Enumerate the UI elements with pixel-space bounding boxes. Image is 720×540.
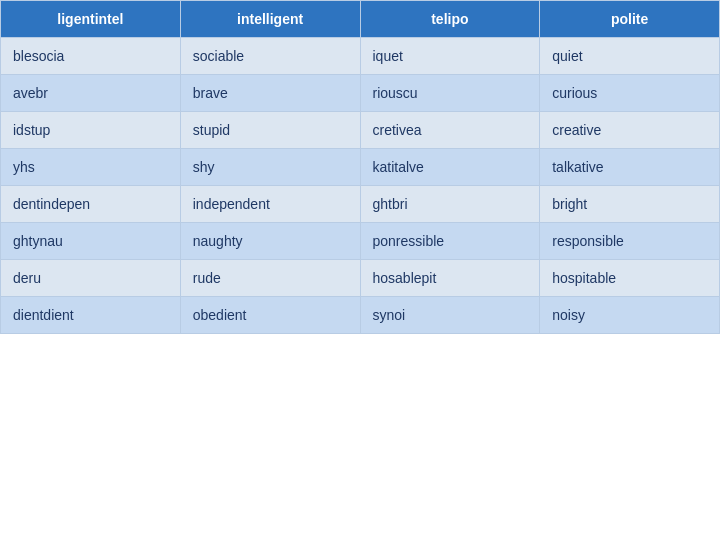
cell-4-3: bright [540, 186, 720, 223]
cell-7-1: obedient [180, 297, 360, 334]
word-table: ligentintelintelligenttelipopolite bleso… [0, 0, 720, 334]
table-row: blesociasociableiquetquiet [1, 38, 720, 75]
table-row: yhsshykatitalvetalkative [1, 149, 720, 186]
cell-3-1: shy [180, 149, 360, 186]
cell-0-3: quiet [540, 38, 720, 75]
header-col-2: telipo [360, 1, 540, 38]
header-col-3: polite [540, 1, 720, 38]
cell-0-2: iquet [360, 38, 540, 75]
header-row: ligentintelintelligenttelipopolite [1, 1, 720, 38]
cell-7-3: noisy [540, 297, 720, 334]
table-row: avebrbraveriouscucurious [1, 75, 720, 112]
table-row: dientdientobedientsynoinoisy [1, 297, 720, 334]
cell-7-0: dientdient [1, 297, 181, 334]
table-body: blesociasociableiquetquietavebrbraveriou… [1, 38, 720, 334]
cell-6-2: hosablepit [360, 260, 540, 297]
cell-2-1: stupid [180, 112, 360, 149]
cell-6-3: hospitable [540, 260, 720, 297]
cell-1-0: avebr [1, 75, 181, 112]
cell-3-2: katitalve [360, 149, 540, 186]
cell-1-1: brave [180, 75, 360, 112]
table-row: dentindepenindependentghtbribright [1, 186, 720, 223]
cell-5-1: naughty [180, 223, 360, 260]
cell-4-1: independent [180, 186, 360, 223]
table-row: ghtynaunaughtyponressibleresponsible [1, 223, 720, 260]
cell-2-0: idstup [1, 112, 181, 149]
cell-1-3: curious [540, 75, 720, 112]
cell-0-0: blesocia [1, 38, 181, 75]
cell-7-2: synoi [360, 297, 540, 334]
cell-5-0: ghtynau [1, 223, 181, 260]
cell-5-2: ponressible [360, 223, 540, 260]
table-row: idstupstupidcretiveacreative [1, 112, 720, 149]
cell-3-3: talkative [540, 149, 720, 186]
cell-4-2: ghtbri [360, 186, 540, 223]
cell-6-1: rude [180, 260, 360, 297]
cell-4-0: dentindepen [1, 186, 181, 223]
table-row: derurudehosablepithospitable [1, 260, 720, 297]
cell-5-3: responsible [540, 223, 720, 260]
cell-6-0: deru [1, 260, 181, 297]
cell-3-0: yhs [1, 149, 181, 186]
cell-1-2: riouscu [360, 75, 540, 112]
cell-2-3: creative [540, 112, 720, 149]
header-col-1: intelligent [180, 1, 360, 38]
cell-0-1: sociable [180, 38, 360, 75]
cell-2-2: cretivea [360, 112, 540, 149]
header-col-0: ligentintel [1, 1, 181, 38]
